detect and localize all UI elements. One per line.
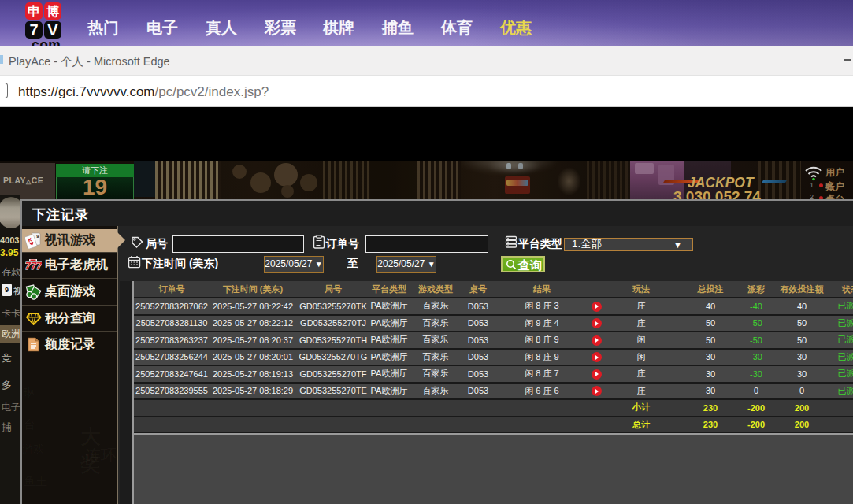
svg-text:777: 777 bbox=[25, 260, 42, 272]
